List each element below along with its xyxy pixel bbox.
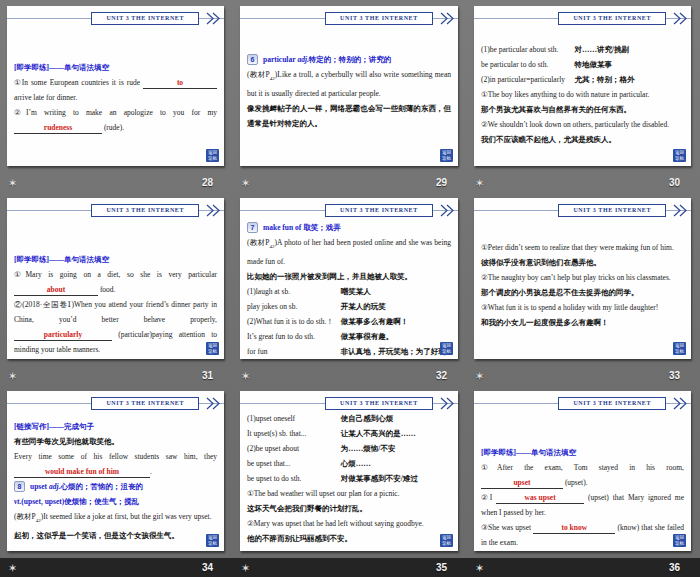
slide-cell: UNIT 3 THE INTERNET 7make fun of 取笑；戏弄(教… xyxy=(233,192,467,385)
double-chevron-icon xyxy=(673,397,688,410)
text-line: ①The bad weather will upset our plan for… xyxy=(247,486,451,501)
slide-header: UNIT 3 THE INTERNET xyxy=(247,203,451,218)
slide-number: 34 xyxy=(202,562,213,573)
unit-banner: UNIT 3 THE INTERNET xyxy=(325,204,433,217)
slide-header: UNIT 3 THE INTERNET xyxy=(14,396,217,411)
slide-cell: UNIT 3 THE INTERNET [即学即练]——单句语法填空①Mary … xyxy=(0,192,233,385)
text-line: (1)upset oneself使自己感到心烦 xyxy=(247,411,451,426)
double-chevron-icon xyxy=(440,397,455,410)
slide-thumbnail[interactable]: UNIT 3 THE INTERNET [即学即练]——单句语法填空①Mary … xyxy=(7,198,224,359)
text-segment: (1)upset oneself xyxy=(247,414,295,423)
text-line: (教材P42)A photo of her had been posted on… xyxy=(247,235,451,269)
text-segment: It’s great fun to do sth. xyxy=(247,332,315,341)
text-segment: (2)in particular=particularly xyxy=(481,75,565,84)
text-segment: . xyxy=(150,467,152,476)
slide-header: UNIT 3 THE INTERNET xyxy=(481,203,684,218)
slide-thumbnail[interactable]: UNIT 3 THE INTERNET (1)upset oneself使自己感… xyxy=(240,391,458,551)
transition-star-icon[interactable]: ✶ xyxy=(241,563,250,574)
text-segment: [链接写作]——完成句子 xyxy=(14,422,94,431)
text-line: 8upset adj.心烦的；苦恼的；沮丧的 xyxy=(14,479,217,494)
text-segment: be upset that... xyxy=(247,459,291,468)
answer-blank: about xyxy=(14,285,98,296)
text-line: for fun非认真地，开玩笑地；为了好玩 xyxy=(247,344,451,359)
slide-thumbnail[interactable]: UNIT 3 THE INTERNET [即学即练]——单句语法填空①After… xyxy=(474,391,691,551)
text-segment: Every time some of his fellow students s… xyxy=(14,452,217,461)
text-line: [即学即练]——单句语法填空 xyxy=(14,60,217,75)
phrase-column: It’s great fun to do sth. xyxy=(247,329,341,344)
text-line: ②I was upset (upset) that Mary ignored m… xyxy=(481,490,684,520)
return-nav-badge: 返回导航 xyxy=(440,534,453,547)
text-line: ①Mary is going on a diet, so she is very… xyxy=(14,267,217,297)
slide-thumbnail[interactable]: UNIT 3 THE INTERNET (1)be particular abo… xyxy=(474,6,691,166)
phrase-column: It upset(s) sb. that... xyxy=(247,426,341,441)
text-segment: [即学即练]——单句语法填空 xyxy=(481,448,576,457)
answer-blank: would make fun of him xyxy=(14,467,150,478)
transition-star-icon[interactable]: ✶ xyxy=(241,178,250,189)
text-segment: 心烦的；苦恼的；沮丧的 xyxy=(60,482,143,491)
double-chevron-icon xyxy=(673,204,688,217)
text-line: ②Mary was upset that he had left without… xyxy=(247,516,451,531)
slide-thumbnail[interactable]: UNIT 3 THE INTERNET [链接写作]——完成句子有些同学每次见到… xyxy=(7,391,224,551)
answer-blank: was upset xyxy=(496,493,584,504)
unit-banner: UNIT 3 THE INTERNET xyxy=(91,397,199,410)
answer-blank: upset xyxy=(481,478,563,489)
text-segment: (upset). xyxy=(563,478,588,487)
transition-star-icon[interactable]: ✶ xyxy=(475,563,484,574)
text-segment: ①The bad weather will upset our plan for… xyxy=(247,489,400,498)
phrase-column: (2)What fun it is to do sth.！ xyxy=(247,314,341,329)
text-segment: (1)be particular about sth. xyxy=(481,45,558,54)
double-chevron-icon xyxy=(206,12,221,25)
unit-banner: UNIT 3 THE INTERNET xyxy=(91,204,199,217)
text-segment: 特定的；特别的；讲究的 xyxy=(309,55,392,64)
text-segment: 让某人不高兴的是…… xyxy=(341,429,416,438)
text-segment: )Like a troll, a cyberbully will also wr… xyxy=(247,70,451,98)
text-segment: 有些同学每次见到他就取笑他。 xyxy=(14,437,119,446)
transition-star-icon[interactable]: ✶ xyxy=(8,371,17,382)
slide-content: [即学即练]——单句语法填空①In some European countrie… xyxy=(14,26,217,135)
text-segment: play jokes on sb. xyxy=(247,302,297,311)
answer-blank: to know xyxy=(533,523,615,534)
text-segment: 使自己感到心烦 xyxy=(341,414,394,423)
text-segment: ②I xyxy=(481,493,496,502)
meaning-column: 嘲笑某人 xyxy=(341,287,371,296)
meaning-column: 使自己感到心烦 xyxy=(341,414,394,423)
slide-content: ①Peter didn’t seem to realize that they … xyxy=(481,218,684,330)
text-line: 我们不应该瞧不起他人，尤其是残疾人。 xyxy=(481,132,684,147)
slide-number: 35 xyxy=(436,562,447,573)
text-line: 6particular adj.特定的；特别的；讲究的 xyxy=(247,52,451,67)
phrase-column: for fun xyxy=(247,344,341,359)
text-line: 那个男孩尤其喜欢与自然界有关的任何东西。 xyxy=(481,102,684,117)
slide-thumbnail[interactable]: UNIT 3 THE INTERNET [即学即练]——单句语法填空①In so… xyxy=(7,6,224,166)
text-line: 起初，这似乎是一个笑话，但是这个女孩很生气。 xyxy=(14,528,217,543)
slide-cell: UNIT 3 THE INTERNET [链接写作]——完成句子有些同学每次见到… xyxy=(0,385,233,577)
text-segment: 尤其；特别；格外 xyxy=(574,75,634,84)
slide-content: 6particular adj.特定的；特别的；讲究的(教材P42)Like a… xyxy=(247,26,451,131)
transition-star-icon[interactable]: ✶ xyxy=(8,178,17,189)
text-segment: (upset, upset)使烦恼；使生气；搅乱 xyxy=(21,497,139,506)
slide-cell: UNIT 3 THE INTERNET [即学即练]——单句语法填空①In so… xyxy=(0,0,233,192)
text-segment: ③She was upset xyxy=(481,523,533,532)
transition-star-icon[interactable]: ✶ xyxy=(241,371,250,382)
meaning-column: 开某人的玩笑 xyxy=(341,302,386,311)
slide-thumbnail[interactable]: UNIT 3 THE INTERNET 6particular adj.特定的；… xyxy=(240,6,458,166)
return-nav-badge: 返回导航 xyxy=(673,342,686,355)
return-nav-badge: 返回导航 xyxy=(440,149,453,162)
slide-thumbnail[interactable]: UNIT 3 THE INTERNET ①Peter didn’t seem t… xyxy=(474,198,691,359)
phrase-column: (1)upset oneself xyxy=(247,411,341,426)
text-line: 有些同学每次见到他就取笑他。 xyxy=(14,434,217,449)
slide-number: 32 xyxy=(436,370,447,381)
return-nav-badge: 返回导航 xyxy=(206,534,219,547)
text-line: 这坏天气会把我们野餐的计划打乱。 xyxy=(247,501,451,516)
slide-thumbnail[interactable]: UNIT 3 THE INTERNET 7make fun of 取笑；戏弄(教… xyxy=(240,198,458,359)
slide-number: 29 xyxy=(436,177,447,188)
meaning-column: 特地做某事 xyxy=(574,60,612,69)
transition-star-icon[interactable]: ✶ xyxy=(475,178,484,189)
text-segment: 那个调皮的小男孩总是忍不住去捉弄他的同学。 xyxy=(481,288,639,297)
text-segment: ①Mary is going on a diet, so she is very… xyxy=(14,270,217,279)
transition-star-icon[interactable]: ✶ xyxy=(8,563,17,574)
text-line: 7make fun of 取笑；戏弄 xyxy=(247,220,451,235)
text-segment: make fun of xyxy=(263,223,301,232)
answer-blank: rudeness xyxy=(14,123,102,134)
transition-star-icon[interactable]: ✶ xyxy=(475,371,484,382)
slide-cell: UNIT 3 THE INTERNET ①Peter didn’t seem t… xyxy=(467,192,700,385)
